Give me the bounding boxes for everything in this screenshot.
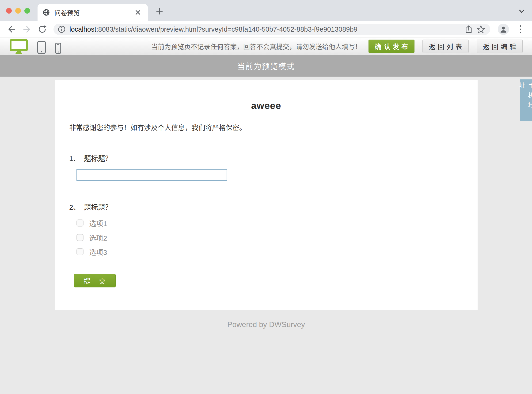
bookmark-star-icon[interactable] xyxy=(475,23,487,35)
desktop-icon[interactable] xyxy=(9,39,28,54)
tab-close-icon[interactable] xyxy=(133,8,143,17)
back-icon[interactable] xyxy=(5,23,18,36)
survey-card: aweee 非常感谢您的参与！如有涉及个人信息，我们将严格保密。 1、题标题？ … xyxy=(55,80,478,310)
submit-button[interactable]: 提 交 xyxy=(74,274,116,287)
device-switcher xyxy=(9,39,61,54)
question-2-label: 2、题标题？ xyxy=(69,202,112,212)
question-2-number: 2、 xyxy=(69,203,80,211)
question-1-number: 1、 xyxy=(69,155,80,162)
share-icon[interactable] xyxy=(463,23,475,35)
option-2-label[interactable]: 选项2 xyxy=(89,232,107,243)
back-to-edit-button[interactable]: 返 回 编 辑 xyxy=(477,40,523,53)
question-1-label: 1、题标题？ xyxy=(69,153,112,163)
window-controls xyxy=(6,8,30,14)
survey-page: aweee 非常感谢您的参与！如有涉及个人信息，我们将严格保密。 1、题标题？ … xyxy=(0,77,532,394)
forward-icon[interactable] xyxy=(20,23,33,36)
question-2-option-3[interactable]: 选项3 xyxy=(76,247,107,256)
checkbox-option-1[interactable] xyxy=(76,219,84,227)
maximize-window-button[interactable] xyxy=(24,8,30,14)
checkbox-option-3[interactable] xyxy=(76,248,84,255)
phone-icon[interactable] xyxy=(55,42,61,54)
browser-tab[interactable]: 问卷预览 xyxy=(37,4,148,21)
new-tab-button[interactable] xyxy=(153,5,166,18)
option-1-label[interactable]: 选项1 xyxy=(89,218,107,228)
preview-mode-banner: 当前为预览模式 xyxy=(0,55,532,77)
site-info-icon[interactable] xyxy=(58,25,66,33)
tablet-icon[interactable] xyxy=(37,41,46,54)
browser-toolbar: localhost:8083/static/diaowen/preview.ht… xyxy=(0,21,532,37)
mobile-address-tab[interactable]: 手机地址 xyxy=(520,79,532,121)
question-2-title: 题标题？ xyxy=(84,203,112,211)
address-bar[interactable]: localhost:8083/static/diaowen/preview.ht… xyxy=(53,24,490,35)
globe-favicon-icon xyxy=(43,9,50,16)
close-window-button[interactable] xyxy=(6,8,12,14)
checkbox-option-2[interactable] xyxy=(76,234,84,241)
profile-avatar[interactable] xyxy=(498,24,509,35)
tab-search-chevron-icon[interactable] xyxy=(517,7,526,16)
tab-strip: 问卷预览 xyxy=(0,0,532,21)
survey-title: aweee xyxy=(55,100,478,111)
browser-menu-icon[interactable] xyxy=(514,23,527,36)
preview-toolbar: 当前为预览页不记录任何答案，回答不会真提交，请勿发送给他人填写！ 确 认 发 布… xyxy=(0,37,532,55)
question-2-option-1[interactable]: 选项1 xyxy=(76,218,107,228)
reload-icon[interactable] xyxy=(36,23,49,36)
question-1-title: 题标题？ xyxy=(84,155,112,162)
url-host: localhost xyxy=(69,26,96,33)
tab-title: 问卷预览 xyxy=(54,8,133,17)
survey-greeting: 非常感谢您的参与！如有涉及个人信息，我们将严格保密。 xyxy=(69,122,246,132)
preview-notice-text: 当前为预览页不记录任何答案，回答不会真提交，请勿发送给他人填写！ xyxy=(151,42,362,51)
option-3-label[interactable]: 选项3 xyxy=(89,247,107,257)
back-to-list-button[interactable]: 返 回 列 表 xyxy=(422,40,468,53)
powered-by-footer: Powered by DWSurvey xyxy=(55,320,478,329)
question-1-text-input[interactable] xyxy=(76,169,227,181)
question-2-option-2[interactable]: 选项2 xyxy=(76,233,107,242)
url-text: localhost:8083/static/diaowen/preview.ht… xyxy=(69,26,463,33)
minimize-window-button[interactable] xyxy=(15,8,21,14)
browser-window: 问卷预览 xyxy=(0,0,532,37)
url-path: :8083/static/diaowen/preview.html?survey… xyxy=(96,26,357,33)
confirm-publish-button[interactable]: 确 认 发 布 xyxy=(368,40,415,53)
